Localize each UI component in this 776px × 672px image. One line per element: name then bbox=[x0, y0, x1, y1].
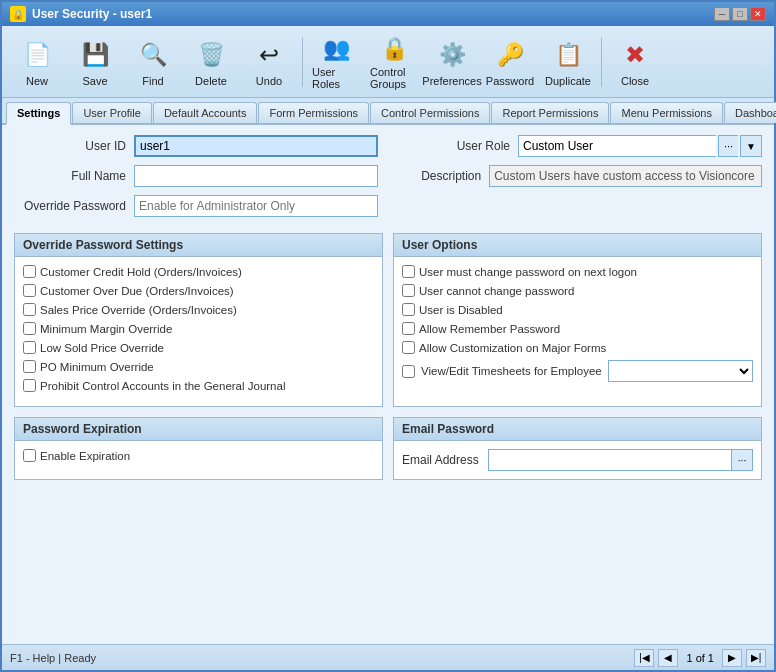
close-label: Close bbox=[621, 75, 649, 87]
save-button[interactable]: Save bbox=[68, 31, 122, 93]
full-name-row: Full Name bbox=[14, 165, 378, 187]
email-password-box: Email Password Email Address ··· bbox=[393, 417, 762, 480]
email-input-wrapper: ··· bbox=[488, 449, 753, 471]
new-icon bbox=[19, 37, 55, 73]
user-roles-label: User Roles bbox=[312, 66, 360, 90]
timesheets-dropdown[interactable] bbox=[608, 360, 753, 382]
next-page-button[interactable]: ▶ bbox=[722, 649, 742, 667]
tab-user-profile[interactable]: User Profile bbox=[72, 102, 151, 123]
customer-over-due-checkbox[interactable] bbox=[23, 284, 36, 297]
override-password-input[interactable] bbox=[134, 195, 378, 217]
email-browse-button[interactable]: ··· bbox=[731, 449, 753, 471]
duplicate-label: Duplicate bbox=[545, 75, 591, 87]
prohibit-control-row: Prohibit Control Accounts in the General… bbox=[23, 379, 374, 392]
tab-default-accounts[interactable]: Default Accounts bbox=[153, 102, 258, 123]
control-groups-button[interactable]: Control Groups bbox=[367, 31, 421, 93]
email-password-header: Email Password bbox=[394, 418, 761, 441]
user-disabled-checkbox[interactable] bbox=[402, 303, 415, 316]
allow-remember-password-checkbox[interactable] bbox=[402, 322, 415, 335]
undo-button[interactable]: Undo bbox=[242, 31, 296, 93]
allow-customization-checkbox[interactable] bbox=[402, 341, 415, 354]
window-icon: 🔒 bbox=[10, 6, 26, 22]
enable-expiration-row: Enable Expiration bbox=[23, 449, 374, 462]
prohibit-control-checkbox[interactable] bbox=[23, 379, 36, 392]
minimum-margin-row: Minimum Margin Override bbox=[23, 322, 374, 335]
user-disabled-label: User is Disabled bbox=[419, 304, 503, 316]
description-label: Description bbox=[398, 169, 489, 183]
timesheets-row: View/Edit Timesheets for Employee bbox=[402, 360, 753, 382]
user-role-dropdown-button[interactable]: ▼ bbox=[740, 135, 762, 157]
override-password-settings-header: Override Password Settings bbox=[15, 234, 382, 257]
user-id-label: User ID bbox=[14, 139, 134, 153]
page-info: 1 of 1 bbox=[682, 652, 718, 664]
email-address-row: Email Address ··· bbox=[402, 449, 753, 471]
tab-form-permissions[interactable]: Form Permissions bbox=[258, 102, 369, 123]
control-groups-label: Control Groups bbox=[370, 66, 418, 90]
tab-settings[interactable]: Settings bbox=[6, 102, 71, 125]
allow-customization-row: Allow Customization on Major Forms bbox=[402, 341, 753, 354]
customer-credit-hold-row: Customer Credit Hold (Orders/Invoices) bbox=[23, 265, 374, 278]
user-role-browse-button[interactable]: ··· bbox=[718, 135, 738, 157]
status-text: Ready bbox=[64, 652, 96, 664]
email-address-input[interactable] bbox=[488, 449, 731, 471]
duplicate-button[interactable]: Duplicate bbox=[541, 31, 595, 93]
find-button[interactable]: Find bbox=[126, 31, 180, 93]
control-groups-icon bbox=[376, 34, 412, 64]
tab-dashboard-permissions[interactable]: Dashboard Permissions bbox=[724, 102, 776, 123]
status-left: F1 - Help | Ready bbox=[10, 652, 96, 664]
timesheets-checkbox[interactable] bbox=[402, 365, 415, 378]
email-address-label: Email Address bbox=[402, 453, 482, 467]
po-minimum-checkbox[interactable] bbox=[23, 360, 36, 373]
customer-credit-hold-checkbox[interactable] bbox=[23, 265, 36, 278]
close-button[interactable]: Close bbox=[608, 31, 662, 93]
low-sold-price-label: Low Sold Price Override bbox=[40, 342, 164, 354]
maximize-button[interactable]: □ bbox=[732, 7, 748, 21]
user-roles-icon bbox=[318, 34, 354, 64]
new-button[interactable]: New bbox=[10, 31, 64, 93]
user-role-label: User Role bbox=[398, 139, 518, 153]
close-icon bbox=[617, 37, 653, 73]
user-role-input[interactable] bbox=[518, 135, 716, 157]
minimize-button[interactable]: ─ bbox=[714, 7, 730, 21]
window-close-button[interactable]: ✕ bbox=[750, 7, 766, 21]
full-name-input[interactable] bbox=[134, 165, 378, 187]
enable-expiration-checkbox[interactable] bbox=[23, 449, 36, 462]
allow-remember-password-label: Allow Remember Password bbox=[419, 323, 560, 335]
minimum-margin-checkbox[interactable] bbox=[23, 322, 36, 335]
first-page-button[interactable]: |◀ bbox=[634, 649, 654, 667]
description-row: Description bbox=[398, 165, 762, 187]
po-minimum-row: PO Minimum Override bbox=[23, 360, 374, 373]
prev-page-button[interactable]: ◀ bbox=[658, 649, 678, 667]
toolbar-separator-1 bbox=[302, 37, 303, 87]
user-id-row: User ID bbox=[14, 135, 378, 157]
undo-icon bbox=[251, 37, 287, 73]
change-password-logon-checkbox[interactable] bbox=[402, 265, 415, 278]
delete-button[interactable]: Delete bbox=[184, 31, 238, 93]
tab-control-permissions[interactable]: Control Permissions bbox=[370, 102, 490, 123]
undo-label: Undo bbox=[256, 75, 282, 87]
title-bar-left: 🔒 User Security - user1 bbox=[10, 6, 152, 22]
user-roles-button[interactable]: User Roles bbox=[309, 31, 363, 93]
description-input bbox=[489, 165, 762, 187]
tab-report-permissions[interactable]: Report Permissions bbox=[491, 102, 609, 123]
low-sold-price-checkbox[interactable] bbox=[23, 341, 36, 354]
password-label: Password bbox=[486, 75, 534, 87]
cannot-change-password-checkbox[interactable] bbox=[402, 284, 415, 297]
tabs-bar: Settings User Profile Default Accounts F… bbox=[2, 98, 774, 125]
last-page-button[interactable]: ▶| bbox=[746, 649, 766, 667]
password-icon bbox=[492, 37, 528, 73]
user-disabled-row: User is Disabled bbox=[402, 303, 753, 316]
override-password-row: Override Password bbox=[14, 195, 378, 217]
password-button[interactable]: Password bbox=[483, 31, 537, 93]
title-bar: 🔒 User Security - user1 ─ □ ✕ bbox=[2, 2, 774, 26]
low-sold-price-row: Low Sold Price Override bbox=[23, 341, 374, 354]
status-right: |◀ ◀ 1 of 1 ▶ ▶| bbox=[634, 649, 766, 667]
preferences-button[interactable]: Preferences bbox=[425, 31, 479, 93]
minimum-margin-label: Minimum Margin Override bbox=[40, 323, 172, 335]
sales-price-override-checkbox[interactable] bbox=[23, 303, 36, 316]
cannot-change-password-label: User cannot change password bbox=[419, 285, 574, 297]
tab-menu-permissions[interactable]: Menu Permissions bbox=[610, 102, 722, 123]
user-id-input[interactable] bbox=[134, 135, 378, 157]
cannot-change-password-row: User cannot change password bbox=[402, 284, 753, 297]
toolbar-separator-2 bbox=[601, 37, 602, 87]
